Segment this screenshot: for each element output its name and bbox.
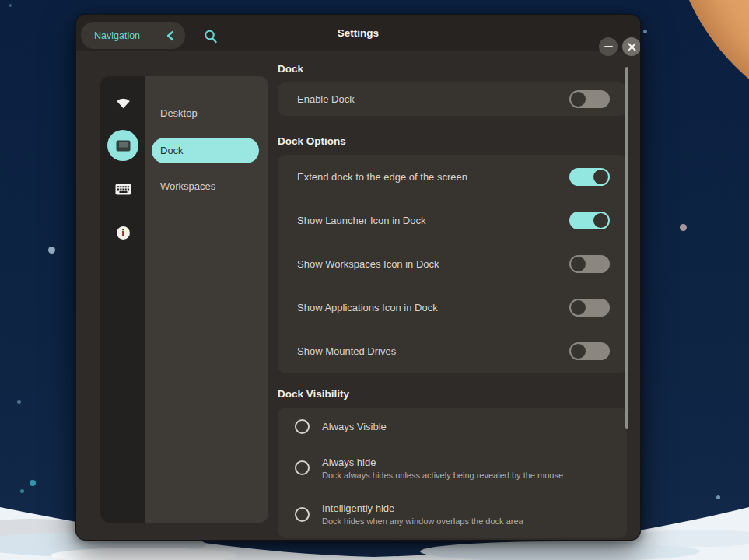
section-title-dock-visibility: Dock Visibility xyxy=(278,388,349,400)
row-label: Show Workspaces Icon in Dock xyxy=(297,258,439,270)
scrollbar-thumb[interactable] xyxy=(625,67,628,429)
sidebar: i Desktop Dock Workspaces xyxy=(100,76,268,523)
row-label: Always Visible xyxy=(322,421,387,432)
row-label: Show Mounted Drives xyxy=(297,345,396,357)
settings-row: Extend dock to the edge of the screen xyxy=(278,155,627,198)
search-icon[interactable] xyxy=(203,29,219,44)
star xyxy=(30,480,36,486)
row-sublabel: Dock hides when any window overlaps the … xyxy=(322,516,523,526)
chevron-left-icon xyxy=(166,30,175,41)
toggle-enable-dock[interactable] xyxy=(569,90,610,108)
section-title-dock-options: Dock Options xyxy=(278,135,346,147)
sidebar-nav-list: Desktop Dock Workspaces xyxy=(145,76,268,523)
row-label: Enable Dock xyxy=(297,93,355,105)
sidebar-item-dock[interactable]: Dock xyxy=(152,138,259,163)
toggle-extend-dock[interactable] xyxy=(569,168,610,186)
settings-row: Show Launcher Icon in Dock xyxy=(278,198,627,242)
settings-row: Show Mounted Drives xyxy=(278,330,627,373)
toggle-knob xyxy=(593,170,608,184)
card-dock-visibility: Always Visible Always hide Dock always h… xyxy=(278,408,627,538)
minimize-button[interactable] xyxy=(599,37,618,56)
settings-row: Show Workspaces Icon in Dock xyxy=(278,242,627,285)
settings-row: Show Applications Icon in Dock xyxy=(278,286,627,330)
radio-always-hide[interactable] xyxy=(295,460,310,475)
toggle-show-workspaces[interactable] xyxy=(569,255,610,273)
navigation-back-button[interactable]: Navigation xyxy=(81,22,185,49)
radio-row-always-visible[interactable]: Always Visible xyxy=(278,408,627,446)
toggle-show-mounted-drives[interactable] xyxy=(569,342,610,360)
radio-row-intelligently-hide[interactable]: Intelligently hide Dock hides when any w… xyxy=(278,490,627,538)
keyboard-icon[interactable] xyxy=(100,181,145,197)
star xyxy=(17,400,21,404)
row-label: Always hide xyxy=(322,457,563,468)
toggle-knob xyxy=(571,344,586,359)
star xyxy=(716,495,720,499)
desktop-background: Navigation Settings xyxy=(0,0,749,560)
star xyxy=(680,224,687,231)
network-icon[interactable] xyxy=(100,94,145,110)
navigation-label: Navigation xyxy=(94,30,140,41)
card-dock-options: Extend dock to the edge of the screen Sh… xyxy=(278,155,627,373)
card-dock: Enable Dock xyxy=(278,82,627,116)
star xyxy=(9,4,12,7)
star xyxy=(48,247,55,254)
toggle-show-launcher[interactable] xyxy=(569,212,610,229)
row-label: Show Launcher Icon in Dock xyxy=(297,215,425,226)
settings-row: Enable Dock xyxy=(278,82,627,116)
section-title-dock: Dock xyxy=(278,63,303,75)
row-sublabel: Dock always hides unless actively being … xyxy=(322,471,563,480)
radio-always-visible[interactable] xyxy=(295,419,310,434)
radio-intelligently-hide[interactable] xyxy=(295,507,310,522)
radio-row-always-hide[interactable]: Always hide Dock always hides unless act… xyxy=(278,446,627,490)
star xyxy=(643,30,647,33)
toggle-knob xyxy=(571,300,586,315)
toggle-knob xyxy=(571,92,586,107)
row-label: Show Applications Icon in Dock xyxy=(297,302,438,313)
toggle-show-applications[interactable] xyxy=(569,299,610,317)
close-button[interactable] xyxy=(622,37,641,56)
row-label: Intelligently hide xyxy=(322,502,523,514)
close-icon xyxy=(628,43,636,51)
icon-rail: i xyxy=(100,76,145,523)
toggle-knob xyxy=(593,213,608,228)
sidebar-item-workspaces[interactable]: Workspaces xyxy=(160,180,215,192)
minimize-icon xyxy=(604,46,613,48)
titlebar[interactable]: Navigation Settings xyxy=(76,15,640,51)
star xyxy=(20,489,24,493)
display-icon[interactable] xyxy=(107,130,138,161)
about-icon[interactable]: i xyxy=(100,226,145,240)
row-label: Extend dock to the edge of the screen xyxy=(297,171,467,183)
planet-decoration xyxy=(669,0,749,132)
sidebar-item-desktop[interactable]: Desktop xyxy=(160,107,198,119)
settings-window: Navigation Settings xyxy=(75,14,641,541)
toggle-knob xyxy=(571,257,586,271)
